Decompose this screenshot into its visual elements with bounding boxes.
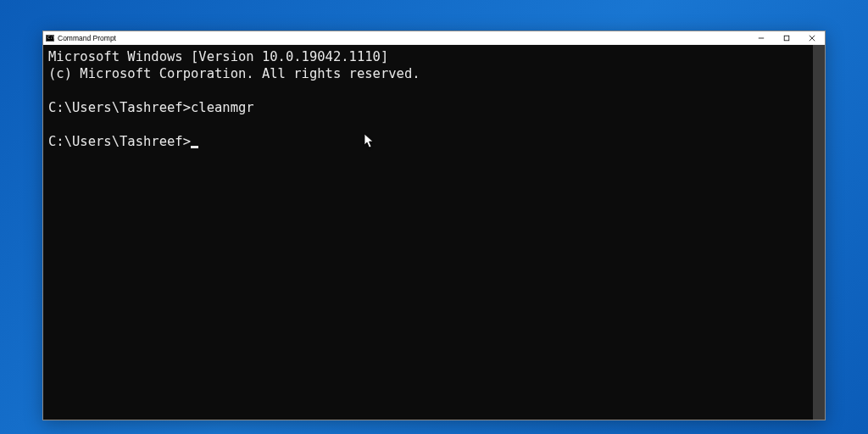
maximize-button[interactable] [774, 31, 799, 44]
window-title: Command Prompt [58, 34, 116, 42]
terminal-line-version: Microsoft Windows [Version 10.0.19042.11… [48, 48, 820, 65]
terminal-area[interactable]: Microsoft Windows [Version 10.0.19042.11… [43, 45, 825, 420]
close-icon [809, 35, 815, 42]
command-prompt-window: C:\ Command Prompt Microsoft Windows [Ve… [42, 31, 826, 420]
window-titlebar[interactable]: C:\ Command Prompt [43, 31, 825, 45]
prompt-path: C:\Users\Tashreef> [48, 99, 191, 116]
minimize-icon [758, 35, 765, 42]
terminal-prompt-1: C:\Users\Tashreef>cleanmgr [48, 99, 820, 116]
terminal-line-copyright: (c) Microsoft Corporation. All rights re… [48, 65, 820, 82]
terminal-blank-line [48, 116, 820, 133]
cursor [191, 146, 198, 148]
cmd-icon: C:\ [46, 35, 54, 42]
titlebar-left: C:\ Command Prompt [46, 34, 116, 42]
maximize-icon [783, 35, 790, 42]
terminal-blank-line [48, 82, 820, 99]
terminal-prompt-2: C:\Users\Tashreef> [48, 133, 820, 150]
prompt-command: cleanmgr [191, 99, 254, 116]
minimize-button[interactable] [748, 31, 774, 44]
svg-rect-1 [784, 36, 789, 41]
scrollbar[interactable] [813, 45, 825, 420]
close-button[interactable] [799, 31, 825, 44]
window-controls [748, 31, 825, 44]
prompt-path: C:\Users\Tashreef> [48, 133, 191, 150]
